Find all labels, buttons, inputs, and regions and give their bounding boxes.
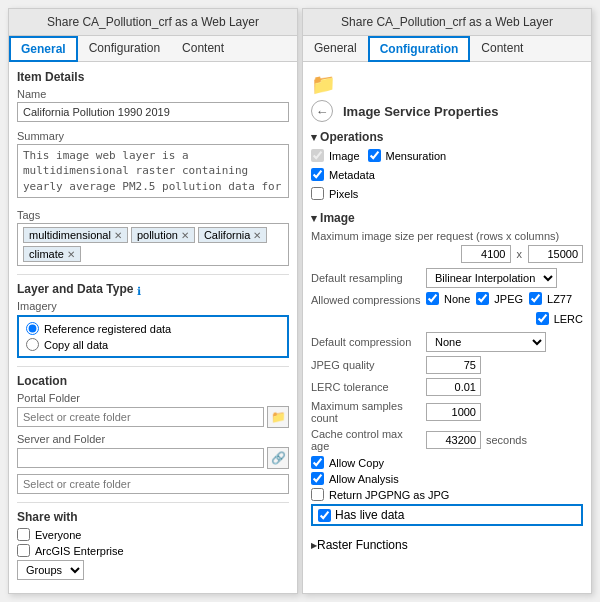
- tag-label: pollution: [137, 229, 178, 241]
- share-everyone-label: Everyone: [35, 529, 81, 541]
- left-tab-configuration[interactable]: Configuration: [78, 36, 171, 61]
- tag-remove-icon[interactable]: ✕: [181, 230, 189, 241]
- radio-copy: Copy all data: [26, 338, 280, 351]
- summary-textarea[interactable]: This image web layer is a multidimension…: [17, 144, 289, 198]
- comp-none: None: [426, 292, 470, 305]
- allow-copy-checkbox[interactable]: [311, 456, 324, 469]
- back-button[interactable]: ←: [311, 100, 333, 122]
- operations-collapse[interactable]: Operations: [311, 130, 583, 144]
- compressions-checkboxes: None JPEG LZ77: [426, 292, 572, 308]
- server-folder-icon-btn[interactable]: 🔗: [267, 447, 289, 469]
- location-section: Location Portal Folder 📁 Server and Fold…: [17, 374, 289, 494]
- tags-label: Tags: [17, 209, 289, 221]
- server-folder-input[interactable]: [17, 448, 264, 468]
- tag-remove-icon[interactable]: ✕: [114, 230, 122, 241]
- raster-functions-label: Raster Functions: [317, 538, 408, 552]
- right-tab-configuration[interactable]: Configuration: [368, 36, 471, 62]
- lerc-compression-row: LERC: [311, 312, 583, 328]
- server-folder-row: 🔗: [17, 447, 289, 469]
- item-details-section: Item Details Name: [17, 70, 289, 122]
- tag-pollution: pollution ✕: [131, 227, 195, 243]
- server-folder-label: Server and Folder: [17, 433, 289, 445]
- radio-reference: Reference registered data: [26, 322, 280, 335]
- tag-remove-icon[interactable]: ✕: [253, 230, 261, 241]
- service-header-row: ← Image Service Properties: [311, 100, 583, 122]
- ops-metadata: Metadata: [311, 168, 375, 181]
- imagery-type-label: Imagery: [17, 300, 289, 312]
- share-everyone: Everyone: [17, 528, 289, 541]
- share-with-section: Share with Everyone ArcGIS Enterprise Gr…: [17, 510, 289, 580]
- radio-copy-label: Copy all data: [44, 339, 108, 351]
- ops-row-1: Image Mensuration: [311, 149, 583, 165]
- comp-jpeg-label: JPEG: [494, 293, 523, 305]
- lerc-tolerance-input[interactable]: [426, 378, 481, 396]
- max-samples-input[interactable]: [426, 403, 481, 421]
- tag-label: multidimensional: [29, 229, 111, 241]
- allow-analysis: Allow Analysis: [311, 472, 583, 485]
- raster-functions-row[interactable]: Raster Functions: [311, 534, 583, 556]
- lerc-tolerance-row: LERC tolerance: [311, 378, 583, 396]
- max-size-row: x: [311, 245, 583, 263]
- left-panel: Share CA_Pollution_crf as a Web Layer Ge…: [8, 8, 298, 594]
- left-tab-general[interactable]: General: [9, 36, 78, 62]
- cache-control-input[interactable]: [426, 431, 481, 449]
- layer-data-type-label: Layer and Data Type: [17, 282, 133, 296]
- layer-data-type-section: Layer and Data Type ℹ Imagery Reference …: [17, 282, 289, 358]
- comp-lerc-label: LERC: [554, 313, 583, 325]
- comp-jpeg-checkbox[interactable]: [476, 292, 489, 305]
- jpeg-quality-input[interactable]: [426, 356, 481, 374]
- jpeg-quality-label: JPEG quality: [311, 359, 421, 371]
- operations-section: Operations Image Mensuration Metadata: [311, 130, 583, 203]
- radio-copy-input[interactable]: [26, 338, 39, 351]
- image-collapse[interactable]: Image: [311, 211, 583, 225]
- ops-row-3: Pixels: [311, 187, 583, 203]
- share-enterprise-label: ArcGIS Enterprise: [35, 545, 124, 557]
- ops-metadata-checkbox[interactable]: [311, 168, 324, 181]
- portal-folder-row: 📁: [17, 406, 289, 428]
- right-tab-general[interactable]: General: [303, 36, 368, 61]
- right-panel: Share CA_Pollution_crf as a Web Layer Ge…: [302, 8, 592, 594]
- sub-folder-input[interactable]: [17, 474, 289, 494]
- share-with-label: Share with: [17, 510, 289, 524]
- share-everyone-checkbox[interactable]: [17, 528, 30, 541]
- comp-lz77: LZ77: [529, 292, 572, 305]
- return-jpgpng-label: Return JPGPNG as JPG: [329, 489, 449, 501]
- comp-lz77-checkbox[interactable]: [529, 292, 542, 305]
- comp-lerc-checkbox[interactable]: [536, 312, 549, 325]
- image-section: Image Maximum image size per request (ro…: [311, 211, 583, 526]
- left-tab-bar: General Configuration Content: [9, 36, 297, 62]
- summary-label: Summary: [17, 130, 289, 142]
- return-jpgpng-checkbox[interactable]: [311, 488, 324, 501]
- left-tab-content[interactable]: Content: [171, 36, 235, 61]
- left-panel-title: Share CA_Pollution_crf as a Web Layer: [9, 9, 297, 36]
- service-properties-title: Image Service Properties: [343, 104, 498, 119]
- groups-select[interactable]: Groups: [17, 560, 84, 580]
- comp-lz77-label: LZ77: [547, 293, 572, 305]
- allow-analysis-checkbox[interactable]: [311, 472, 324, 485]
- has-live-data-row: Has live data: [311, 504, 583, 526]
- portal-folder-input[interactable]: [17, 407, 264, 427]
- right-tab-content[interactable]: Content: [470, 36, 534, 61]
- default-compression-select[interactable]: None: [426, 332, 546, 352]
- has-live-data-checkbox[interactable]: [318, 509, 331, 522]
- tag-remove-icon[interactable]: ✕: [67, 249, 75, 260]
- ops-mensuration-checkbox[interactable]: [368, 149, 381, 162]
- ops-image-label: Image: [329, 150, 360, 162]
- tags-container[interactable]: multidimensional ✕ pollution ✕ Californi…: [17, 223, 289, 266]
- info-icon[interactable]: ℹ: [137, 285, 141, 298]
- comp-lerc: LERC: [536, 312, 583, 325]
- compressions-label: Allowed compressions: [311, 294, 421, 306]
- folder-icon: 📁: [311, 73, 336, 95]
- share-enterprise-checkbox[interactable]: [17, 544, 30, 557]
- ops-image-checkbox[interactable]: [311, 149, 324, 162]
- comp-none-checkbox[interactable]: [426, 292, 439, 305]
- name-input[interactable]: [17, 102, 289, 122]
- resampling-select[interactable]: Bilinear Interpolation: [426, 268, 557, 288]
- max-rows-input[interactable]: [461, 245, 511, 263]
- max-cols-input[interactable]: [528, 245, 583, 263]
- ops-pixels-checkbox[interactable]: [311, 187, 324, 200]
- radio-reference-input[interactable]: [26, 322, 39, 335]
- radio-reference-label: Reference registered data: [44, 323, 171, 335]
- portal-folder-icon-btn[interactable]: 📁: [267, 406, 289, 428]
- return-jpgpng: Return JPGPNG as JPG: [311, 488, 583, 501]
